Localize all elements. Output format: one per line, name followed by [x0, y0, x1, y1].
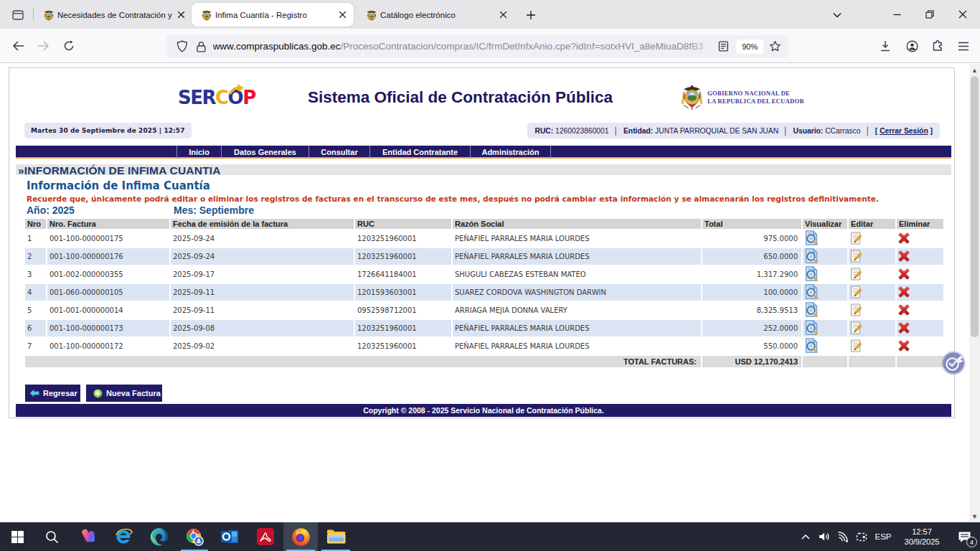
invoice-row: 3001-002-0000003552025-09-17172664118400…: [25, 266, 943, 283]
editar-icon[interactable]: [850, 321, 862, 334]
usuario-label: Usuario:: [793, 127, 824, 135]
editar-icon[interactable]: [850, 250, 862, 263]
menu-item-consultar[interactable]: Consultar: [309, 146, 370, 159]
visualizar-icon[interactable]: [804, 302, 819, 317]
eliminar-icon[interactable]: [898, 250, 910, 262]
taskbar-explorer-icon[interactable]: [319, 522, 353, 551]
downloads-button[interactable]: [873, 34, 897, 58]
taskbar-acrobat-icon[interactable]: [248, 522, 283, 551]
visualizar-icon[interactable]: [804, 248, 819, 263]
visualizar-icon[interactable]: [804, 266, 819, 281]
tray-connect-icon[interactable]: [852, 522, 871, 551]
editar-icon[interactable]: [850, 303, 862, 316]
zoom-level-chip[interactable]: 90%: [736, 39, 763, 54]
editar-icon[interactable]: [850, 339, 862, 352]
taskbar-outlook-icon[interactable]: [213, 522, 248, 551]
firefox-view-button[interactable]: [7, 6, 29, 24]
page-scrollbar[interactable]: ▲ ▼: [969, 64, 980, 522]
back-button[interactable]: [6, 34, 30, 58]
visualizar-icon[interactable]: [804, 320, 819, 335]
tray-volume-icon[interactable]: [815, 522, 834, 551]
notice-text: Recuerde que, únicamente podrá editar o …: [27, 194, 879, 203]
cell-razon: PEÑAFIEL PARRALES MARIA LOURDES: [453, 230, 701, 247]
tab-catalogo[interactable]: Catálogo electrónico: [357, 3, 514, 27]
extensions-button[interactable]: [925, 34, 950, 58]
cell-razon: ARRIAGA MEJIA DONNA VALERY: [453, 302, 701, 319]
account-button[interactable]: [900, 34, 924, 58]
visualizar-icon[interactable]: [804, 338, 819, 353]
tab-close-icon[interactable]: [336, 9, 348, 21]
total-label: TOTAL FACTURAS:: [25, 356, 701, 367]
cell-total: 550.0000: [702, 338, 801, 354]
scroll-thumb[interactable]: [971, 76, 979, 337]
cell-visualizar: [803, 338, 847, 354]
tray-clock[interactable]: 12:57 30/9/2025: [895, 527, 948, 547]
tray-network-icon[interactable]: [834, 522, 852, 551]
table-header-row: Nro Nro. Factura Fecha de emisión de la …: [25, 219, 943, 229]
menu-item-inicio[interactable]: Inicio: [176, 146, 222, 159]
forward-button[interactable]: [31, 34, 55, 58]
window-restore-button[interactable]: [913, 0, 946, 29]
col-eliminar: Eliminar: [897, 219, 943, 229]
notification-badge: 4: [966, 537, 977, 547]
cell-razon: SHUGULI CABEZAS ESTEBAN MATEO: [453, 266, 701, 283]
lock-icon: [197, 41, 206, 52]
window-close-button[interactable]: [946, 0, 979, 29]
cell-factura: 001-002-000000355: [47, 266, 169, 283]
taskbar-copilot-icon[interactable]: [70, 522, 105, 551]
cerrar-sesion-link[interactable]: Cerrar Sesión: [880, 127, 928, 135]
regresar-button[interactable]: Regresar: [25, 385, 80, 402]
ruc-value: 1260023860001: [555, 127, 608, 135]
reader-mode-icon[interactable]: [718, 41, 729, 52]
url-bar[interactable]: www.compraspublicas.gob.ec/ProcesoContra…: [166, 35, 788, 57]
taskbar-edge-icon[interactable]: [142, 522, 176, 551]
eliminar-icon[interactable]: [898, 322, 910, 334]
tab-close-icon[interactable]: [175, 9, 187, 21]
eliminar-icon[interactable]: [898, 268, 910, 280]
taskbar-ie-icon[interactable]: [106, 522, 141, 551]
scroll-up-arrow[interactable]: ▲: [969, 64, 980, 76]
eliminar-icon[interactable]: [898, 304, 910, 316]
cell-editar: [849, 248, 895, 265]
taskbar-search-button[interactable]: [34, 522, 69, 551]
cell-editar: [849, 230, 895, 247]
list-all-tabs-button[interactable]: [827, 6, 847, 24]
taskbar-chrome-icon[interactable]: [177, 522, 212, 551]
menu-item-datos-generales[interactable]: Datos Generales: [222, 146, 309, 159]
reload-button[interactable]: [57, 34, 81, 58]
eliminar-icon[interactable]: [898, 286, 910, 298]
col-razon: Razón Social: [453, 219, 701, 229]
menu-item-entidad-contratante[interactable]: Entidad Contratante: [370, 146, 471, 159]
cell-razon: PEÑAFIEL PARRALES MARIA LOURDES: [453, 248, 701, 265]
taskbar-firefox-icon[interactable]: [283, 522, 318, 551]
visualizar-icon[interactable]: [804, 230, 819, 245]
tray-language-indicator[interactable]: ESP: [871, 532, 895, 541]
extension-clock-widget[interactable]: [941, 351, 966, 375]
editar-icon[interactable]: [850, 286, 862, 298]
invoice-row: 1001-100-0000001752025-09-24120325196000…: [25, 230, 943, 247]
invoice-row: 6001-100-0000001732025-09-08120325196000…: [25, 320, 943, 336]
scroll-down-arrow[interactable]: ▼: [969, 510, 980, 522]
start-button[interactable]: [0, 522, 34, 551]
invoices-table: Nro Nro. Factura Fecha de emisión de la …: [24, 217, 945, 369]
cell-eliminar: [897, 284, 943, 301]
nueva-factura-button[interactable]: Nueva Factura: [86, 385, 162, 402]
tray-chevron-up-icon[interactable]: [796, 522, 815, 551]
tab-close-icon[interactable]: [497, 9, 509, 21]
menu-button[interactable]: [951, 34, 976, 58]
editar-icon[interactable]: [850, 232, 862, 245]
new-tab-button[interactable]: [521, 6, 541, 24]
visualizar-icon[interactable]: [804, 284, 819, 299]
window-minimize-button[interactable]: [880, 0, 913, 29]
editar-icon[interactable]: [850, 268, 862, 281]
month-label: Mes: Septiembre: [174, 204, 254, 216]
menu-item-administracion[interactable]: Administración: [471, 146, 551, 159]
cell-nro: 5: [25, 302, 46, 319]
tab-necesidades[interactable]: Necesidades de Contratación y: [36, 3, 188, 27]
invoice-row: 4001-060-0000001052025-09-11120159360300…: [25, 284, 943, 301]
notification-center-button[interactable]: 4: [948, 522, 980, 551]
bookmark-star-icon[interactable]: [769, 40, 781, 52]
tab-infima-cuantia[interactable]: Infima Cuantía - Registro: [192, 3, 354, 27]
eliminar-icon[interactable]: [898, 340, 910, 352]
eliminar-icon[interactable]: [898, 232, 910, 244]
